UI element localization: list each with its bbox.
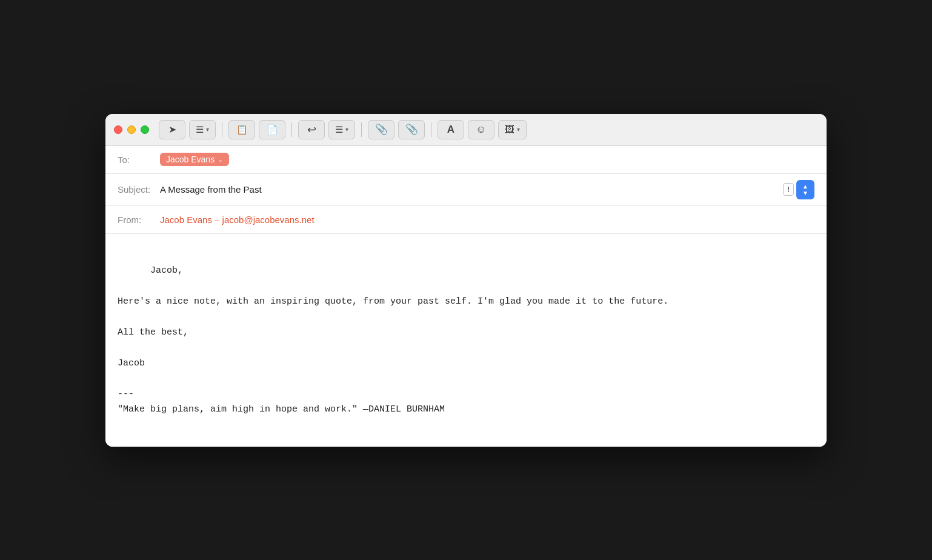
note-icon-1: 📋 [236, 124, 248, 135]
subject-label: Subject: [118, 184, 160, 195]
photo-dropdown-icon: ▾ [517, 126, 520, 133]
photo-icon: 🖼 [505, 124, 514, 135]
from-row: From: Jacob Evans – jacob@jacobevans.net [105, 206, 827, 234]
stepper-button[interactable]: ▲ ▼ [796, 180, 814, 199]
note-icon-2: 📄 [267, 124, 278, 135]
minimize-button[interactable] [127, 125, 136, 134]
subject-value[interactable]: A Message from the Past [160, 184, 783, 195]
to-label: To: [118, 155, 160, 165]
recipient-name: Jacob Evans [166, 155, 215, 164]
subject-row: Subject: A Message from the Past ! ▲ ▼ [105, 174, 827, 206]
list-icon: ☰ [196, 124, 204, 135]
separator-4 [431, 122, 431, 137]
close-button[interactable] [114, 125, 122, 134]
separator-3 [361, 122, 362, 137]
attach-button-1[interactable]: 📎 [368, 120, 394, 139]
emoji-button[interactable]: ☺ [468, 120, 494, 139]
body-area[interactable]: Jacob, Here's a nice note, with an inspi… [105, 234, 827, 447]
from-label: From: [118, 215, 160, 225]
separator-1 [222, 122, 222, 137]
send-icon: ➤ [168, 124, 176, 135]
compose-form: To: Jacob Evans ⌄ Subject: A Message fro… [105, 146, 827, 447]
font-icon: A [447, 124, 454, 136]
toolbar: ➤ ☰ ▾ 📋 📄 ↩ ☰ ▾ 📎 📎 A [105, 114, 827, 146]
separator-2 [291, 122, 292, 137]
bullets-icon: ☰ [335, 124, 343, 135]
from-value[interactable]: Jacob Evans – jacob@jacobevans.net [160, 215, 315, 225]
note-button-2[interactable]: 📄 [259, 120, 285, 139]
list-dropdown-icon: ▾ [206, 126, 209, 133]
maximize-button[interactable] [141, 125, 149, 134]
list-style-button[interactable]: ☰ ▾ [189, 120, 216, 139]
priority-button[interactable]: ! [783, 183, 794, 196]
emoji-icon: ☺ [476, 124, 486, 136]
photo-button[interactable]: 🖼 ▾ [498, 120, 527, 139]
paperclip-icon-1: 📎 [375, 123, 388, 136]
traffic-lights [114, 125, 149, 134]
bullets-dropdown-icon: ▾ [345, 126, 348, 133]
stepper-up-icon: ▲ [802, 183, 808, 190]
attach-button-2[interactable]: 📎 [398, 120, 425, 139]
reply-button[interactable]: ↩ [298, 120, 325, 139]
reply-icon: ↩ [307, 123, 316, 136]
to-row: To: Jacob Evans ⌄ [105, 146, 827, 174]
email-compose-window: ➤ ☰ ▾ 📋 📄 ↩ ☰ ▾ 📎 📎 A [105, 114, 827, 447]
note-button-1[interactable]: 📋 [228, 120, 255, 139]
font-button[interactable]: A [438, 120, 464, 139]
send-button[interactable]: ➤ [159, 120, 185, 139]
body-text: Jacob, Here's a nice note, with an inspi… [118, 265, 668, 415]
bullets-button[interactable]: ☰ ▾ [328, 120, 355, 139]
paperclip-icon-2: 📎 [405, 123, 418, 136]
recipient-tag[interactable]: Jacob Evans ⌄ [160, 153, 229, 166]
recipient-chevron-icon: ⌄ [218, 156, 223, 164]
stepper-down-icon: ▼ [802, 190, 808, 196]
